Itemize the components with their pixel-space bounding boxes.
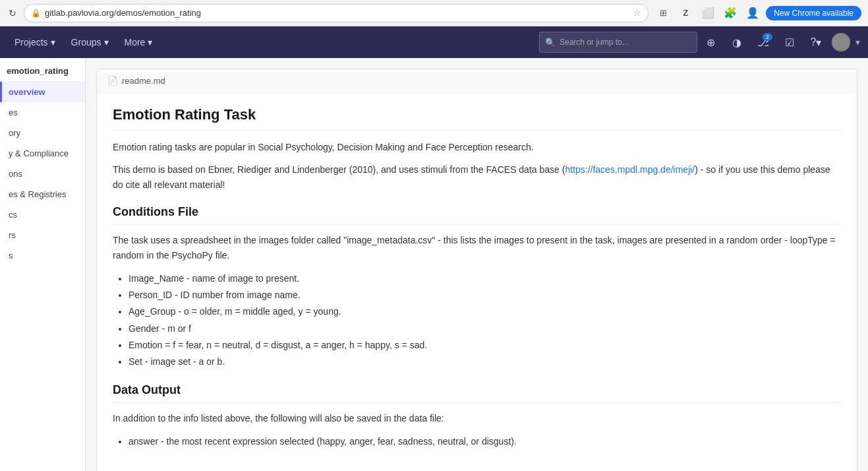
sidebar-item-ons[interactable]: ons bbox=[0, 164, 85, 184]
sidebar: emotion_rating overview es ory y & Compl… bbox=[0, 58, 86, 471]
browser-bar: ↻ 🔒 gitlab.pavlovia.org/demos/emotion_ra… bbox=[0, 0, 868, 26]
readme-main-title: Emotion Rating Task bbox=[113, 106, 841, 131]
search-icon: 🔍 bbox=[545, 38, 556, 47]
main-layout: emotion_rating overview es ory y & Compl… bbox=[0, 58, 868, 471]
readme-card: 📄 readme.md Emotion Rating Task Emotion … bbox=[96, 69, 857, 471]
list-item: Person_ID - ID number from image name. bbox=[129, 287, 841, 303]
new-chrome-button[interactable]: New Chrome available bbox=[766, 6, 861, 20]
todo-icon[interactable]: ☑ bbox=[779, 32, 800, 53]
data-output-title: Data Output bbox=[113, 383, 841, 403]
merge-request-icon[interactable]: ⎇ 2 bbox=[753, 32, 774, 53]
readme-body: Emotion Rating Task Emotion rating tasks… bbox=[97, 93, 857, 471]
refresh-icon[interactable]: ↻ bbox=[7, 7, 18, 19]
readme-header: 📄 readme.md bbox=[97, 69, 857, 93]
create-icon[interactable]: ⊕ bbox=[700, 32, 721, 53]
nav-groups[interactable]: Groups ▾ bbox=[65, 33, 115, 51]
sidebar-item-overview[interactable]: overview bbox=[0, 82, 85, 102]
list-item: Emotion = f = fear, n = neutral, d = dis… bbox=[129, 337, 841, 354]
address-bar[interactable]: 🔒 gitlab.pavlovia.org/demos/emotion_rati… bbox=[24, 4, 649, 22]
list-item: Age_Group - o = older, m = middle aged, … bbox=[129, 303, 841, 320]
help-icon[interactable]: ? ▾ bbox=[805, 32, 826, 53]
sidebar-item-ory[interactable]: ory bbox=[0, 123, 85, 143]
profile-icon[interactable]: 👤 bbox=[743, 4, 762, 22]
tab-icon[interactable]: ⬜ bbox=[699, 4, 717, 22]
readme-filename: readme.md bbox=[122, 76, 165, 86]
conditions-list: Image_Name - name of image to present. P… bbox=[129, 270, 841, 370]
lock-icon: 🔒 bbox=[31, 9, 41, 18]
nav-projects[interactable]: Projects ▾ bbox=[8, 33, 62, 51]
gitlab-navbar: Projects ▾ Groups ▾ More ▾ 🔍 Search or j… bbox=[0, 26, 868, 58]
readme-intro-p2: This demo is based on Ebner, Riediger an… bbox=[113, 162, 841, 192]
global-search[interactable]: 🔍 Search or jump to... bbox=[539, 32, 697, 53]
data-output-p: In addition to the info listed above, th… bbox=[113, 411, 841, 425]
file-icon: 📄 bbox=[107, 76, 118, 86]
puzzle-icon[interactable]: 🧩 bbox=[721, 4, 739, 22]
conditions-p: The task uses a spreadsheet in the image… bbox=[113, 233, 841, 263]
browser-actions: ⊞ Z ⬜ 🧩 👤 New Chrome available bbox=[654, 4, 861, 22]
list-item: Set - image set - a or b. bbox=[129, 354, 841, 370]
sidebar-item-es[interactable]: es bbox=[0, 102, 85, 123]
sidebar-item-s[interactable]: s bbox=[0, 245, 85, 266]
readme-intro-p1: Emotion rating tasks are popular in Soci… bbox=[113, 140, 841, 154]
url-text: gitlab.pavlovia.org/demos/emotion_rating bbox=[45, 8, 629, 18]
sidebar-item-rs[interactable]: rs bbox=[0, 225, 85, 245]
nav-more[interactable]: More ▾ bbox=[118, 33, 159, 51]
content-area: 📄 readme.md Emotion Rating Task Emotion … bbox=[86, 58, 868, 471]
star-icon[interactable]: ☆ bbox=[633, 8, 641, 18]
project-name: emotion_rating bbox=[0, 58, 85, 82]
list-item: answer - the most recent expression sele… bbox=[129, 433, 841, 450]
nav-right-actions: ⊕ ◑ ⎇ 2 ☑ ? ▾ ▾ bbox=[700, 32, 860, 53]
sidebar-item-compliance[interactable]: y & Compliance bbox=[0, 143, 85, 164]
data-output-list: answer - the most recent expression sele… bbox=[129, 433, 841, 450]
sidebar-item-registries[interactable]: es & Registries bbox=[0, 184, 85, 204]
extensions-icon[interactable]: ⊞ bbox=[654, 4, 672, 22]
faces-link[interactable]: https://faces.mpdl.mpg.de/imeji/ bbox=[565, 164, 695, 175]
sidebar-item-cs[interactable]: cs bbox=[0, 204, 85, 225]
mr-badge: 2 bbox=[763, 33, 772, 41]
list-item: Image_Name - name of image to present. bbox=[129, 270, 841, 287]
theme-icon[interactable]: ◑ bbox=[726, 32, 747, 53]
conditions-title: Conditions File bbox=[113, 205, 841, 225]
zotero-icon[interactable]: Z bbox=[676, 4, 695, 22]
user-avatar[interactable] bbox=[832, 33, 850, 51]
list-item: Gender - m or f bbox=[129, 321, 841, 337]
